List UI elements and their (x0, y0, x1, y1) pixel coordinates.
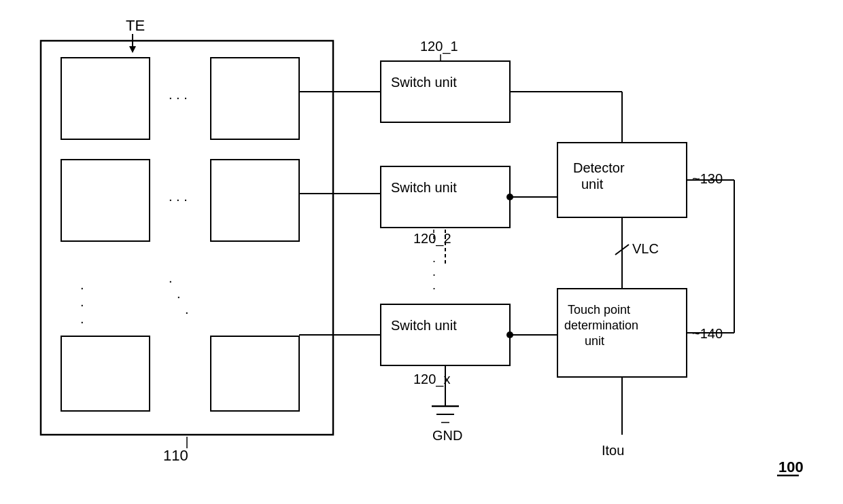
svg-text:·: · (432, 268, 436, 281)
svg-rect-16 (61, 336, 150, 411)
svg-text:·: · (80, 280, 84, 295)
label-110: 110 (163, 447, 188, 464)
label-130: ~130 (692, 171, 723, 186)
svg-point-40 (506, 331, 513, 338)
switch-unit-3-label: Switch unit (391, 318, 457, 333)
svg-rect-7 (61, 160, 150, 241)
svg-text:·: · (432, 254, 436, 268)
touch-point-label2: determination (564, 319, 638, 332)
label-100: 100 (778, 458, 804, 475)
svg-rect-26 (381, 304, 510, 365)
svg-text:·: · (80, 297, 84, 312)
svg-rect-21 (381, 166, 510, 228)
touch-point-label3: unit (585, 334, 604, 348)
itou-label: Itou (602, 443, 624, 458)
detector-unit-label2: unit (581, 177, 604, 192)
svg-rect-8 (211, 160, 299, 241)
touch-point-label: Touch point (568, 303, 630, 317)
svg-text:·: · (169, 273, 173, 288)
vlc-label: VLC (632, 241, 659, 256)
svg-text:·: · (80, 314, 84, 329)
circuit-diagram: TE · · · · · · · · · · · · 110 (0, 0, 843, 504)
svg-rect-17 (211, 336, 299, 411)
gnd-label: GND (432, 428, 462, 443)
svg-text:·: · (185, 304, 189, 319)
svg-rect-27 (557, 143, 687, 217)
svg-rect-29 (557, 289, 687, 377)
svg-text:· · ·: · · · (169, 192, 188, 206)
svg-text:· · ·: · · · (169, 90, 188, 105)
te-label: TE (126, 17, 145, 34)
svg-point-37 (506, 194, 513, 200)
label-120-1: 120_1 (420, 39, 458, 54)
detector-unit-label: Detector (573, 160, 625, 175)
svg-rect-19 (381, 61, 510, 122)
svg-text:·: · (177, 289, 181, 304)
switch-unit-1-label: Switch unit (391, 75, 457, 90)
svg-rect-5 (211, 58, 299, 139)
svg-text:·: · (432, 281, 436, 295)
svg-rect-4 (61, 58, 150, 139)
switch-unit-2-label: Switch unit (391, 180, 457, 195)
